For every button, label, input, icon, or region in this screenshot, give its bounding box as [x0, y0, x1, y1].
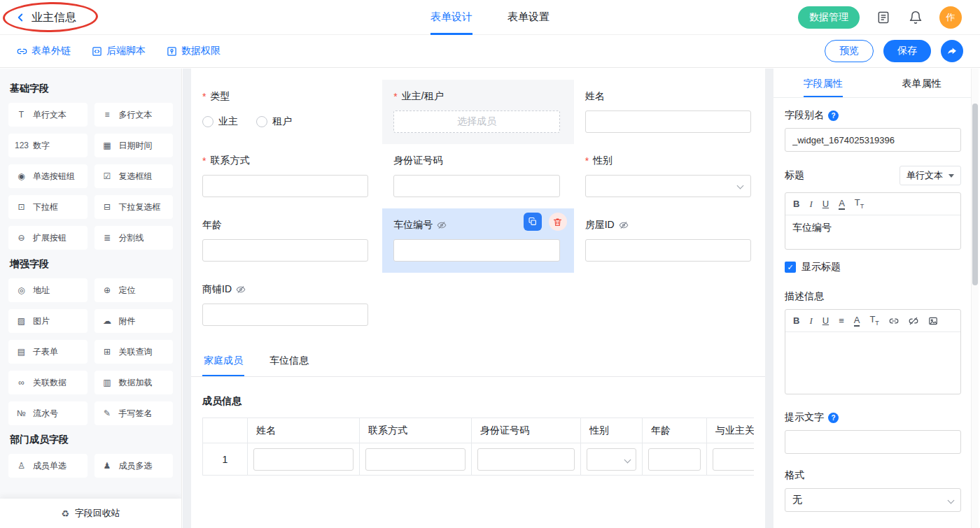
tab-family-members[interactable]: 家庭成员 — [202, 347, 244, 376]
copy-field-button[interactable] — [524, 213, 542, 231]
show-title-row[interactable]: ✓ 显示标题 — [785, 261, 961, 273]
multi-line-text-icon: ≡ — [101, 110, 114, 120]
external-link-button[interactable]: 表单外链 — [17, 45, 71, 57]
name-input[interactable] — [585, 110, 751, 133]
subform-relation-input[interactable] — [713, 448, 754, 471]
field-cell-gender[interactable]: *性别 — [574, 144, 765, 208]
field-member-multi[interactable]: ♟成员多选 — [94, 454, 174, 478]
field-single-line-text[interactable]: T单行文本 — [8, 103, 88, 127]
insert-image-icon[interactable] — [928, 316, 938, 326]
field-cell-age[interactable]: 年龄 — [191, 208, 382, 273]
help-icon[interactable]: ? — [828, 413, 839, 423]
subform-age-input[interactable] — [648, 448, 701, 471]
field-recycle-bin[interactable]: ♻ 字段回收站 — [0, 499, 181, 528]
field-extend-button[interactable]: ⊖扩展按钮 — [8, 226, 88, 250]
bold-icon[interactable]: B — [793, 316, 799, 325]
field-select[interactable]: ⊡下拉框 — [8, 195, 88, 219]
shop-id-input[interactable] — [202, 304, 368, 326]
field-cell-type[interactable]: *类型 业主 租户 — [191, 80, 382, 144]
font-color-icon[interactable]: A — [854, 315, 860, 327]
bold-icon[interactable]: B — [793, 199, 799, 208]
subform-gender-select[interactable] — [587, 448, 636, 471]
member-picker[interactable]: 选择成员 — [393, 110, 559, 133]
description-editor-content[interactable] — [785, 332, 960, 394]
field-cell-name[interactable]: 姓名 — [574, 80, 765, 144]
vertical-scrollbar-track[interactable] — [972, 69, 979, 528]
field-checkbox-group[interactable]: ☑复选框组 — [94, 164, 174, 188]
field-cell-contact[interactable]: *联系方式 — [191, 144, 382, 208]
field-data-load[interactable]: ▥数据加载 — [94, 371, 174, 394]
italic-icon[interactable]: I — [809, 199, 812, 208]
field-radio-group[interactable]: ◉单选按钮组 — [8, 164, 88, 188]
document-icon[interactable] — [875, 9, 892, 26]
field-linked-data[interactable]: ∞关联数据 — [8, 371, 88, 394]
save-button[interactable]: 保存 — [883, 40, 931, 62]
subform-name-input[interactable] — [253, 448, 354, 471]
field-signature[interactable]: ✎手写签名 — [94, 401, 174, 425]
radio-circle-icon[interactable] — [256, 116, 267, 127]
title-editor-content[interactable]: 车位编号 — [785, 215, 960, 249]
contact-input[interactable] — [202, 175, 368, 197]
help-icon[interactable]: ? — [828, 110, 839, 121]
field-cell-house-id[interactable]: 房屋ID — [574, 208, 765, 273]
gender-select[interactable] — [585, 175, 751, 197]
data-manage-button[interactable]: 数据管理 — [798, 6, 860, 29]
underline-icon[interactable]: U — [822, 199, 829, 208]
font-size-icon[interactable]: TT — [869, 315, 878, 327]
delete-field-button[interactable] — [549, 213, 567, 231]
field-member-single[interactable]: ♙成员单选 — [8, 454, 88, 478]
alias-input[interactable] — [785, 128, 961, 152]
tab-form-settings[interactable]: 表单设置 — [507, 0, 550, 35]
age-input[interactable] — [202, 239, 368, 262]
hint-input[interactable] — [785, 430, 961, 454]
tab-form-properties[interactable]: 表单属性 — [872, 69, 971, 97]
radio-circle-icon[interactable] — [202, 116, 214, 127]
backend-script-button[interactable]: 后端脚本 — [92, 45, 146, 57]
field-type-select[interactable]: 单行文本 — [899, 166, 961, 185]
bell-icon[interactable] — [907, 9, 924, 26]
subform-contact-input[interactable] — [365, 448, 465, 471]
field-multi-select[interactable]: ⊟下拉复选框 — [94, 195, 174, 219]
format-select[interactable]: 无 — [785, 488, 961, 512]
insert-link-icon[interactable] — [889, 316, 899, 326]
field-attachment[interactable]: ☁附件 — [94, 309, 174, 333]
field-cell-shop-id[interactable]: 商铺ID — [191, 273, 382, 337]
field-cell-parking-no-selected[interactable]: 车位编号 — [382, 208, 573, 273]
field-number[interactable]: 123数字 — [8, 134, 88, 157]
radio-option-tenant[interactable]: 租户 — [256, 115, 292, 128]
field-datetime[interactable]: ▦日期时间 — [94, 134, 174, 157]
preview-button[interactable]: 预览 — [825, 40, 874, 62]
field-subform[interactable]: ▤子表单 — [8, 340, 88, 364]
checkbox-checked-icon[interactable]: ✓ — [785, 262, 796, 273]
tab-field-properties[interactable]: 字段属性 — [774, 69, 872, 97]
italic-icon[interactable]: I — [809, 316, 812, 325]
align-icon[interactable]: ≡ — [839, 316, 844, 325]
parking-no-input[interactable] — [393, 239, 559, 262]
field-cell-owner[interactable]: *业主/租户 选择成员 — [382, 80, 573, 144]
avatar[interactable]: 作 — [939, 6, 962, 29]
tab-form-design[interactable]: 表单设计 — [430, 0, 472, 35]
share-button[interactable] — [941, 40, 963, 62]
font-size-icon[interactable]: TT — [855, 198, 864, 210]
remove-link-icon[interactable] — [909, 316, 918, 326]
data-permission-button[interactable]: 数据权限 — [167, 45, 220, 57]
house-id-input[interactable] — [585, 239, 751, 262]
tab-parking-info[interactable]: 车位信息 — [268, 347, 310, 376]
field-image[interactable]: ▨图片 — [8, 309, 88, 333]
vertical-scrollbar-thumb[interactable] — [972, 104, 978, 285]
field-divider[interactable]: ≣分割线 — [94, 226, 174, 250]
section-title-enhanced-fields: 增强字段 — [10, 258, 172, 271]
id-number-input[interactable] — [393, 175, 559, 197]
gender-select-input[interactable] — [585, 175, 751, 197]
font-color-icon[interactable]: A — [839, 199, 845, 210]
field-address[interactable]: ◎地址 — [8, 278, 88, 302]
field-location[interactable]: ⊕定位 — [94, 278, 174, 302]
subform-id-number-input[interactable] — [477, 448, 575, 471]
radio-option-owner[interactable]: 业主 — [202, 115, 238, 128]
field-cell-id-number[interactable]: 身份证号码 — [382, 144, 573, 208]
field-linked-query[interactable]: ⊞关联查询 — [94, 340, 174, 364]
field-serial-number[interactable]: №流水号 — [8, 401, 88, 425]
back-button[interactable]: 业主信息 — [14, 0, 76, 35]
field-multi-line-text[interactable]: ≡多行文本 — [94, 103, 174, 127]
underline-icon[interactable]: U — [822, 316, 829, 325]
